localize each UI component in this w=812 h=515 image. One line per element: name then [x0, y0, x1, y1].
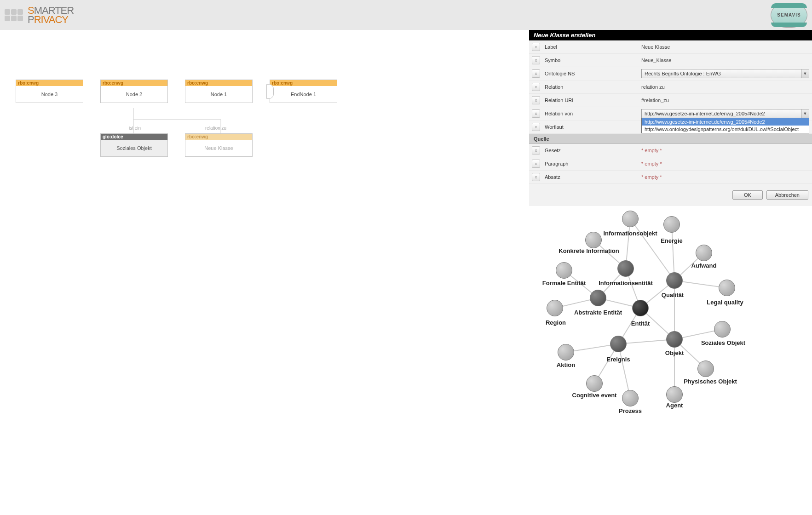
clear-button[interactable]: x: [532, 43, 540, 51]
field-paragraph[interactable]: * empty *: [641, 161, 809, 166]
graph-label-qualitaet: Qualität: [662, 292, 684, 298]
select-ontologie[interactable]: Rechts Begriffs Ontologie : EnWG ▼: [641, 69, 809, 78]
graph-label-soziales-objekt: Soziales Objekt: [701, 339, 745, 346]
clear-button[interactable]: x: [532, 160, 540, 168]
ontology-graph[interactable]: InformationsobjektKonkrete InformationEn…: [529, 206, 812, 515]
chevron-down-icon: ▼: [801, 109, 809, 118]
graph-label-konkrete-information: Konkrete Information: [559, 247, 619, 254]
select-relation-von[interactable]: http://www.gesetze-im-internet.de/enwg_2…: [641, 109, 809, 118]
graph-node-aktion[interactable]: [558, 344, 574, 360]
graph-node-agent[interactable]: [666, 386, 683, 403]
logo-smarter-privacy: SMARTER PRIVACY: [5, 6, 74, 24]
graph-label-region: Region: [546, 319, 566, 326]
edge-label-ist-ein: ist ein: [129, 126, 141, 131]
form-row-gesetz: x Gesetz * empty *: [529, 144, 812, 157]
form-row-absatz: x Absatz * empty *: [529, 171, 812, 184]
clear-button[interactable]: x: [532, 173, 540, 181]
diagram-canvas[interactable]: rbo:enwg Node 3 rbo:enwg Node 2 rbo:enwg…: [0, 30, 529, 515]
cancel-button[interactable]: Abbrechen: [766, 190, 808, 200]
form-row-relation: x Relation relation zu: [529, 80, 812, 94]
graph-node-informationsobjekt[interactable]: [622, 211, 639, 227]
top-bar: SMARTER PRIVACY SEMAVIS: [0, 0, 812, 30]
form-title: Neue Klasse erstellen: [529, 30, 812, 40]
graph-label-abstrakte-entitaet: Abstrakte Entität: [574, 309, 622, 316]
form-row-ontologie: x Ontologie:NS Rechts Begriffs Ontologie…: [529, 67, 812, 80]
clear-button[interactable]: x: [532, 96, 540, 104]
clear-button[interactable]: x: [532, 83, 540, 91]
form-row-label: x Label Neue Klasse: [529, 40, 812, 54]
field-relation-uri[interactable]: #relation_zu: [641, 97, 809, 103]
form-panel: Neue Klasse erstellen x Label Neue Klass…: [529, 30, 812, 206]
logo-semavis: SEMAVIS: [771, 3, 807, 28]
clear-button[interactable]: x: [532, 109, 540, 118]
diagram-node-node3[interactable]: rbo:enwg Node 3: [16, 80, 83, 103]
graph-label-energie: Energie: [661, 237, 683, 244]
graph-label-entitaet: Entität: [631, 320, 650, 327]
diagram-node-node2[interactable]: rbo:enwg Node 2: [100, 80, 168, 103]
logo-grid-icon: [5, 9, 23, 21]
field-gesetz[interactable]: * empty *: [641, 148, 809, 153]
graph-node-abstrakte-entitaet[interactable]: [590, 290, 606, 306]
graph-label-objekt: Objekt: [665, 349, 684, 356]
dropdown-option[interactable]: http://www.gesetze-im-internet.de/enwg_2…: [642, 118, 809, 126]
graph-node-soziales-objekt[interactable]: [714, 321, 731, 338]
graph-label-formale-entitaet: Formale Entität: [542, 280, 586, 286]
clear-button[interactable]: x: [532, 123, 540, 131]
graph-node-energie[interactable]: [663, 216, 680, 233]
clear-button[interactable]: x: [532, 69, 540, 78]
graph-label-legal-quality: Legal quality: [707, 299, 743, 306]
clear-button[interactable]: x: [532, 146, 540, 154]
graph-label-aufwand: Aufwand: [691, 262, 717, 269]
end-cap-icon: [266, 84, 274, 99]
chevron-down-icon: ▼: [801, 69, 809, 78]
graph-label-aktion: Aktion: [557, 361, 575, 368]
button-row: OK Abbrechen: [529, 184, 812, 206]
graph-label-ereignis: Ereignis: [606, 356, 630, 363]
section-quelle: Quelle: [529, 134, 812, 144]
clear-button[interactable]: x: [532, 56, 540, 64]
graph-node-qualitaet[interactable]: [666, 272, 683, 289]
graph-label-prozess: Prozess: [619, 407, 642, 414]
dropdown-relation-von: http://www.gesetze-im-internet.de/enwg_2…: [641, 118, 809, 133]
diagram-node-node1[interactable]: rbo:enwg Node 1: [185, 80, 253, 103]
graph-label-informationsobjekt: Informationsobjekt: [603, 230, 657, 237]
graph-node-region[interactable]: [547, 300, 563, 316]
edge-label-relation-zu: relation zu: [205, 126, 226, 131]
diagram-node-endnode1[interactable]: rbo:enwg EndNode 1: [270, 80, 337, 103]
field-absatz[interactable]: * empty *: [641, 174, 809, 180]
graph-node-legal-quality[interactable]: [719, 280, 735, 296]
graph-node-objekt[interactable]: [666, 331, 683, 348]
field-label[interactable]: Neue Klasse: [641, 44, 809, 50]
graph-node-prozess[interactable]: [622, 390, 639, 406]
form-row-paragraph: x Paragraph * empty *: [529, 157, 812, 171]
form-row-relation-uri: x Relation URI #relation_zu: [529, 94, 812, 107]
form-row-symbol: x Symbol Neue_Klasse: [529, 54, 812, 67]
graph-node-ereignis[interactable]: [610, 336, 627, 352]
graph-label-agent: Agent: [666, 402, 683, 409]
graph-label-informationsentitaet: Informationsentität: [599, 280, 653, 286]
field-relation[interactable]: relation zu: [641, 84, 809, 90]
graph-label-cognitive-event: Cognitive event: [572, 392, 617, 399]
graph-node-formale-entitaet[interactable]: [556, 262, 572, 279]
graph-node-konkrete-information[interactable]: [585, 232, 602, 248]
graph-node-physisches-objekt[interactable]: [697, 360, 714, 377]
graph-node-cognitive-event[interactable]: [586, 375, 603, 392]
field-symbol[interactable]: Neue_Klasse: [641, 57, 809, 63]
diagram-node-soziales-objekt[interactable]: glo:dolce Soziales Objekt: [100, 133, 168, 157]
graph-node-informationsentitaet[interactable]: [617, 260, 634, 277]
graph-node-aufwand[interactable]: [696, 245, 712, 261]
graph-label-physisches-objekt: Physisches Objekt: [684, 378, 737, 385]
ok-button[interactable]: OK: [732, 190, 763, 200]
diagram-node-neue-klasse[interactable]: rbo:enwg Neue Klasse: [185, 133, 253, 157]
form-row-relation-von: x Relation von http://www.gesetze-im-int…: [529, 107, 812, 120]
graph-node-entitaet[interactable]: [632, 300, 649, 316]
dropdown-option[interactable]: http://www.ontologydesignpatterns.org/on…: [642, 126, 809, 133]
